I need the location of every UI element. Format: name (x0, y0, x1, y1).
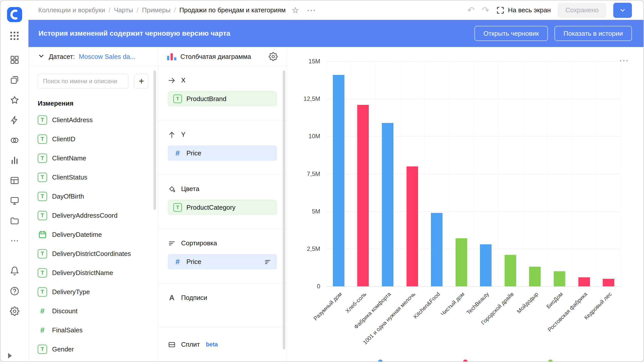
sidebar-nav (10, 55, 19, 246)
dashboards-icon[interactable] (10, 196, 19, 205)
connections-icon[interactable] (10, 135, 19, 145)
favorites-icon[interactable] (10, 95, 19, 105)
x-field-name: ProductBrand (186, 95, 226, 103)
beta-badge: beta (206, 341, 218, 348)
bar-Городской драйв[interactable] (505, 255, 516, 286)
open-draft-button[interactable]: Открыть черновик (474, 26, 548, 41)
x-field-chip[interactable]: T ProductBrand (168, 91, 277, 106)
field-DeliveryType[interactable]: TDeliveryType (38, 282, 149, 301)
bar-БиоДом[interactable] (554, 271, 565, 286)
colors-section: Цвета T ProductCategory (158, 175, 287, 229)
dimensions-heading: Измерения (38, 100, 149, 107)
field-DeliveryDistrictCoordinates[interactable]: TDeliveryDistrictCoordinates (38, 244, 149, 263)
field-Discount[interactable]: #Discount (38, 301, 149, 321)
field-DeliveryDatetime[interactable]: DeliveryDatetime (38, 225, 149, 244)
fullscreen-label: На весь экран (508, 6, 551, 14)
dataset-collapse-chevron-icon[interactable] (38, 53, 45, 61)
undo-icon[interactable]: ↶ (467, 6, 475, 15)
x-axis-label: TechBeauty (465, 291, 491, 316)
y-field-chip[interactable]: # Price (168, 146, 277, 161)
datalens-logo[interactable] (7, 7, 22, 22)
settings-panel-scrollbar[interactable] (283, 70, 285, 349)
split-label: Сплит (181, 341, 200, 348)
field-ClientID[interactable]: TClientID (38, 129, 149, 149)
breadcrumb-examples[interactable]: Примеры (142, 6, 170, 14)
colors-label: Цвета (181, 185, 199, 193)
help-icon[interactable] (10, 286, 19, 296)
sort-section: Сортировка # Price (158, 229, 287, 283)
field-DeliveryDistrictName[interactable]: TDeliveryDistrictName (38, 263, 149, 282)
plot-area (326, 61, 621, 286)
field-name: ClientName (52, 154, 86, 162)
bar-Разумный дом[interactable] (333, 75, 344, 286)
field-ClientName[interactable]: TClientName (38, 149, 149, 168)
bar-Фабрика комфорта[interactable] (382, 123, 393, 286)
breadcrumb-charts[interactable]: Чарты (114, 6, 133, 14)
text-type-icon: T (38, 287, 47, 297)
legend-dot[interactable] (378, 359, 383, 361)
collections-icon[interactable] (10, 55, 19, 65)
labels-section-header: A Подписи (168, 294, 277, 302)
add-field-button[interactable]: + (134, 74, 149, 88)
field-FinalSales[interactable]: #FinalSales (38, 321, 149, 340)
saved-button[interactable]: Сохранено (558, 3, 606, 18)
save-dropdown-button[interactable] (613, 3, 632, 18)
field-search-input[interactable] (38, 74, 129, 88)
bar-Kitchen&Food[interactable] (431, 213, 442, 286)
sort-field-chip[interactable]: # Price (168, 254, 277, 269)
labels-label: Подписи (181, 294, 207, 302)
bar-Кедровый лес[interactable] (603, 279, 614, 286)
sort-direction-icon[interactable] (264, 258, 271, 265)
more-actions-icon[interactable]: ⋯ (307, 6, 316, 15)
settings-icon[interactable] (10, 306, 19, 316)
bar-Мойдодыр[interactable] (529, 267, 541, 286)
text-type-icon: T (38, 115, 47, 125)
datasets-icon[interactable] (10, 176, 19, 185)
breadcrumb-collections[interactable]: Коллекции и воркбуки (38, 6, 105, 14)
legend-dot[interactable] (463, 359, 468, 361)
bar-Чистый дом[interactable] (456, 238, 467, 286)
colors-field-chip[interactable]: T ProductCategory (168, 200, 277, 215)
field-Gender[interactable]: TGender (38, 340, 149, 359)
chart-settings-gear-icon[interactable] (269, 52, 278, 61)
dataset-name-link[interactable]: Moscow Sales da... (79, 53, 135, 61)
field-DeliveryAddressCoord[interactable]: TDeliveryAddressCoord (38, 206, 149, 225)
number-type-icon: # (38, 306, 47, 316)
page-title: Продажи по брендам и категориям (179, 6, 286, 14)
bar-TechBeauty[interactable] (480, 244, 492, 286)
field-ClientAddress[interactable]: TClientAddress (38, 110, 149, 129)
y-tick-label: 7,5M (307, 170, 320, 177)
more-nav-icon[interactable] (10, 236, 19, 246)
field-name: DeliveryDistrictName (52, 269, 113, 277)
charts-icon[interactable] (10, 156, 19, 165)
apps-menu-icon[interactable] (10, 32, 19, 40)
redo-icon[interactable]: ↷ (482, 6, 489, 15)
sidebar-expand-icon[interactable] (8, 353, 12, 358)
banner-message: История изменений содержит черновую верс… (38, 29, 230, 37)
notifications-icon[interactable] (10, 266, 19, 276)
fullscreen-toggle[interactable]: На весь экран (496, 6, 551, 14)
dataset-panel-header: Датасет: Moscow Sales da... (29, 47, 158, 66)
column-chart-type-icon[interactable] (167, 53, 176, 60)
field-name: ClientID (52, 135, 75, 143)
editor-icon[interactable] (10, 115, 19, 125)
dimension-field-list: TClientAddressTClientIDTClientNameTClien… (38, 110, 149, 359)
y-axis: 15M12,5M10M7,5M5M2,5M0 (287, 61, 320, 286)
files-icon[interactable] (10, 216, 19, 225)
bar-1001 и одна нужная мелочь[interactable] (407, 166, 418, 286)
field-name: FinalSales (52, 326, 83, 334)
bar-Ростовская фабрика[interactable] (578, 277, 590, 286)
v-gridline (621, 61, 621, 286)
show-history-button[interactable]: Показать в истории (554, 26, 632, 41)
field-search-row: + (38, 74, 149, 88)
field-DayOfBirth[interactable]: TDayOfBirth (38, 187, 149, 206)
field-ClientStatus[interactable]: TClientStatus (38, 168, 149, 187)
favorite-star-icon[interactable]: ☆ (292, 6, 299, 14)
workbooks-icon[interactable] (10, 75, 19, 85)
chart-type-label[interactable]: Столбчатая диаграмма (180, 53, 251, 61)
legend-dot[interactable] (548, 359, 553, 361)
field-name: DeliveryDistrictCoordinates (52, 250, 131, 258)
bar-Хлеб-соль[interactable] (357, 105, 369, 286)
dataset-panel-scrollbar[interactable] (153, 70, 156, 210)
sort-field-name: Price (186, 258, 201, 266)
